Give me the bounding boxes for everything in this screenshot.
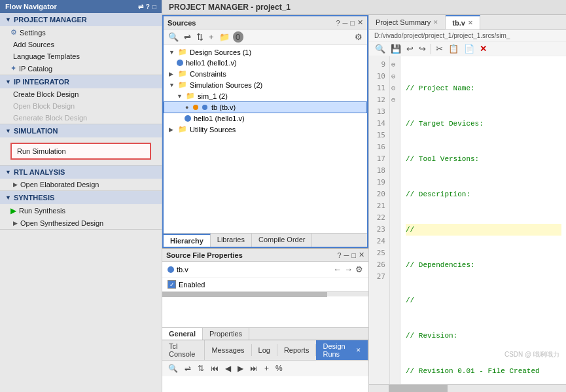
code-line-9: // Project Name: bbox=[406, 82, 561, 94]
nav-settings[interactable]: ⚙ Settings bbox=[0, 26, 162, 39]
bottom-tabs-panel: Tcl Console Messages Log Reports bbox=[162, 340, 368, 392]
settings-icon[interactable]: ⚙ bbox=[353, 31, 364, 43]
tab-project-summary-label: Project Summary bbox=[376, 18, 431, 26]
tab-project-summary[interactable]: Project Summary ✕ bbox=[369, 16, 446, 29]
tree-hello1-sim[interactable]: hello1 (hello1.v) bbox=[164, 113, 367, 124]
tab-log[interactable]: Log bbox=[252, 344, 277, 356]
sources-tabs: Hierarchy Libraries Compile Order bbox=[164, 233, 367, 247]
bottom-toolbar: 🔍 ⇌ ⇅ ⏮ ◀ ▶ ⏭ + % bbox=[162, 361, 368, 376]
nav-run-synthesis[interactable]: ▶ Run Synthesis bbox=[0, 204, 162, 217]
ct-delete-icon[interactable]: ✕ bbox=[478, 43, 489, 54]
sources-close-icon[interactable]: ✕ bbox=[357, 18, 363, 27]
ct-save-icon[interactable]: 💾 bbox=[389, 43, 403, 54]
nav-icon-swap[interactable]: ⇌ bbox=[138, 3, 143, 10]
fi-24: ⊖ bbox=[391, 82, 398, 94]
tab-design-runs-close[interactable]: ✕ bbox=[356, 347, 361, 353]
nav-language-templates[interactable]: Language Templates bbox=[0, 50, 162, 62]
sfp-arrow-right[interactable]: → bbox=[344, 264, 353, 274]
nav-add-sources[interactable]: Add Sources bbox=[0, 39, 162, 50]
tree-sim-sources[interactable]: ▼ 📁 Simulation Sources (2) bbox=[164, 79, 367, 90]
enabled-checkbox[interactable]: ✓ bbox=[168, 280, 176, 289]
tab-tcl-console[interactable]: Tcl Console bbox=[162, 340, 205, 360]
tree-tb[interactable]: ● tb (tb.v) bbox=[164, 101, 367, 113]
open-block-label: Open Block Design bbox=[13, 102, 75, 110]
bt-first-icon[interactable]: ⏮ bbox=[209, 363, 221, 374]
bt-swap-icon[interactable]: ⇌ bbox=[183, 363, 193, 374]
section-title-rtl[interactable]: ▼ RTL ANALYSIS bbox=[0, 166, 162, 179]
bt-percent-icon[interactable]: % bbox=[274, 363, 285, 374]
section-title-simulation[interactable]: ▼ SIMULATION bbox=[0, 124, 162, 137]
tab-hierarchy[interactable]: Hierarchy bbox=[164, 234, 211, 247]
tab-reports[interactable]: Reports bbox=[277, 344, 317, 356]
sfp-help-icon[interactable]: ? bbox=[337, 251, 341, 259]
sfp-close-icon[interactable]: ✕ bbox=[359, 251, 364, 259]
code-scrollbar-h[interactable] bbox=[369, 384, 566, 392]
bt-next-icon[interactable]: ⏭ bbox=[248, 363, 260, 374]
nav-open-synthesized[interactable]: ▶ Open Synthesized Design bbox=[0, 217, 162, 229]
run-simulation-box[interactable]: Run Simulation bbox=[10, 143, 151, 160]
sfp-settings-icon[interactable]: ⚙ bbox=[355, 264, 363, 274]
bt-sort-icon[interactable]: ⇅ bbox=[196, 363, 206, 374]
tree-tb-label: tb (tb.v) bbox=[211, 103, 236, 111]
code-toolbar: 🔍 💾 ↩ ↪ ✂ 📋 📄 ✕ bbox=[369, 42, 566, 56]
nav-icon-help[interactable]: ? bbox=[146, 3, 150, 10]
tree-hello1-sim-label: hello1 (hello1.v) bbox=[194, 115, 245, 122]
tree-hello1[interactable]: hello1 (hello1.v) bbox=[164, 58, 367, 68]
sfp-tab-general[interactable]: General bbox=[162, 328, 203, 340]
ip-catalog-label: IP Catalog bbox=[19, 65, 52, 73]
tree-design-sources[interactable]: ▼ 📁 Design Sources (1) bbox=[164, 46, 367, 58]
tab-libraries[interactable]: Libraries bbox=[211, 234, 252, 247]
nav-open-elaborated[interactable]: ▶ Open Elaborated Design bbox=[0, 179, 162, 190]
nav-ip-catalog[interactable]: ✦ IP Catalog bbox=[0, 62, 162, 75]
code-text[interactable]: // Project Name: // Target Devices: // T… bbox=[400, 56, 566, 384]
sfp-max-icon[interactable]: □ bbox=[351, 251, 356, 259]
ct-undo-icon[interactable]: ↩ bbox=[404, 43, 416, 54]
sfp-tab-properties[interactable]: Properties bbox=[203, 328, 249, 340]
tab-compile-order[interactable]: Compile Order bbox=[252, 234, 313, 247]
sfp-header: Source File Properties ? ─ □ ✕ bbox=[162, 249, 368, 262]
dot-hello1-sim bbox=[185, 115, 191, 122]
tree-utility-sources[interactable]: ▶ 📁 Utility Sources bbox=[164, 124, 367, 135]
collapse-icon[interactable]: ⇌ bbox=[182, 31, 193, 43]
tab-design-runs[interactable]: Design Runs ✕ bbox=[316, 340, 368, 360]
tab-tb-v-close[interactable]: ✕ bbox=[468, 20, 473, 26]
main-content: Flow Navigator ⇌ ? □ ▼ PROJECT MANAGER ⚙… bbox=[0, 0, 566, 392]
ct-cut-icon[interactable]: ✂ bbox=[434, 43, 445, 54]
open-elaborated-label: Open Elaborated Design bbox=[20, 181, 99, 188]
add-icon[interactable]: + bbox=[207, 31, 216, 43]
sfp-arrow-left[interactable]: ← bbox=[333, 264, 342, 274]
tab-project-summary-close[interactable]: ✕ bbox=[433, 19, 438, 26]
expand-sim1: ▼ bbox=[177, 93, 183, 99]
sources-help-icon[interactable]: ? bbox=[336, 19, 340, 27]
sfp-scrollbar[interactable] bbox=[162, 291, 368, 296]
nav-create-block[interactable]: Create Block Design bbox=[0, 88, 162, 100]
bt-prev-icon[interactable]: ◀ bbox=[223, 363, 233, 374]
bt-play-icon[interactable]: ▶ bbox=[236, 363, 245, 374]
sources-max-icon[interactable]: □ bbox=[350, 19, 355, 27]
ct-paste-icon[interactable]: 📄 bbox=[462, 43, 476, 54]
bt-add-icon[interactable]: + bbox=[262, 363, 271, 374]
ct-search-icon[interactable]: 🔍 bbox=[373, 43, 387, 54]
dot-tb-orange bbox=[193, 105, 198, 110]
nav-icon-pin[interactable]: □ bbox=[152, 3, 156, 10]
expand-utility-sources: ▶ bbox=[169, 126, 175, 133]
left-panels: Sources ? ─ □ ✕ 🔍 ⇌ ⇅ + bbox=[162, 15, 369, 392]
chevron-synth: ▼ bbox=[5, 194, 11, 201]
folder-icon[interactable]: 📁 bbox=[217, 31, 232, 43]
tree-constraints[interactable]: ▶ 📁 Constraints bbox=[164, 68, 367, 79]
section-title-synthesis[interactable]: ▼ SYNTHESIS bbox=[0, 191, 162, 204]
sources-min-icon[interactable]: ─ bbox=[343, 19, 348, 27]
expand-icon[interactable]: ⇅ bbox=[194, 31, 205, 43]
ct-copy-icon[interactable]: 📋 bbox=[446, 43, 461, 54]
section-title-project-manager[interactable]: ▼ PROJECT MANAGER bbox=[0, 13, 162, 26]
tab-messages[interactable]: Messages bbox=[205, 344, 251, 356]
section-title-ip-integrator[interactable]: ▼ IP INTEGRATOR bbox=[0, 75, 162, 88]
search-icon[interactable]: 🔍 bbox=[166, 31, 181, 43]
bt-search-icon[interactable]: 🔍 bbox=[166, 363, 180, 374]
rtl-title-label: RTL ANALYSIS bbox=[14, 168, 65, 176]
ct-redo-icon[interactable]: ↪ bbox=[417, 43, 428, 54]
tab-tb-v[interactable]: tb.v ✕ bbox=[446, 15, 480, 29]
fi-25: ⊖ bbox=[391, 94, 398, 106]
tree-sim1[interactable]: ▼ 📁 sim_1 (2) bbox=[164, 90, 367, 101]
sfp-min-icon[interactable]: ─ bbox=[344, 251, 349, 259]
